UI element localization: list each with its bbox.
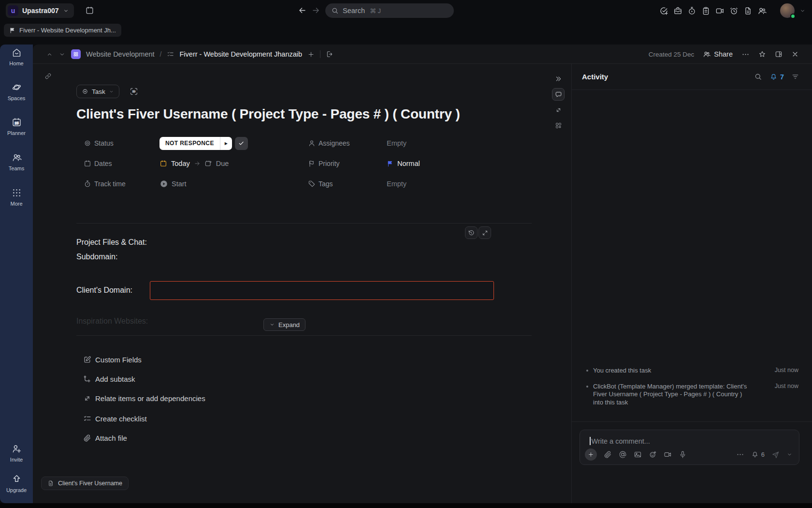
planner-calendar-icon (12, 117, 22, 127)
created-date: Created 25 Dec (649, 51, 695, 58)
calendar-button[interactable] (85, 6, 94, 15)
sidebar-item-teams[interactable]: Teams (0, 152, 33, 171)
share-button[interactable]: Share (703, 50, 733, 58)
divider (320, 50, 320, 58)
tags-value[interactable]: Empty (387, 180, 406, 188)
task-type-selector[interactable]: Task (76, 85, 119, 98)
sidebar-item-spaces[interactable]: Spaces (0, 82, 33, 101)
filter-icon[interactable] (791, 73, 799, 81)
create-checklist-button[interactable]: Create checklist (83, 413, 147, 424)
start-date-value[interactable]: Today (171, 160, 190, 167)
chevron-down-icon (63, 8, 69, 14)
relate-arrows-icon (555, 106, 562, 114)
minimized-task-tab[interactable]: Client's Fiver Username (41, 477, 129, 490)
comment-reminders-button[interactable]: 6 (751, 450, 765, 458)
status-pill[interactable]: NOT RESPONCE ▶ (160, 137, 232, 150)
more-options-icon[interactable] (741, 50, 750, 59)
attach-file-button[interactable]: Attach file (83, 433, 127, 443)
sidebar-item-home[interactable]: Home (0, 47, 33, 66)
comments-tab-button[interactable] (552, 88, 565, 101)
sidebar-item-invite[interactable]: Invite (0, 444, 33, 463)
sidebar-item-upgrade[interactable]: Upgrade (0, 474, 33, 493)
sidebar: Home Spaces Planner Teams More Invite Up… (0, 45, 33, 503)
prev-task-button[interactable] (46, 51, 53, 58)
record-video-icon[interactable] (664, 450, 672, 459)
workspace-switcher[interactable]: u Upastra007 (6, 3, 74, 18)
flag-icon (308, 160, 316, 167)
add-tab-icon[interactable] (307, 51, 315, 58)
user-avatar[interactable] (780, 3, 795, 18)
search-icon[interactable] (754, 73, 762, 81)
reminders-button[interactable] (729, 6, 739, 15)
activity-header: Activity 7 (572, 64, 812, 90)
assignees-value[interactable]: Empty (387, 139, 406, 147)
people-button[interactable] (757, 6, 767, 15)
relate-items-button[interactable]: Relate items or add dependencies (83, 393, 205, 403)
client-domain-input[interactable] (150, 281, 494, 300)
description-line: Project Files & Chat: (76, 238, 147, 247)
description-history-button[interactable] (465, 226, 478, 239)
search-input[interactable]: Search ⌘ J (325, 3, 454, 18)
relationships-tab-button[interactable] (552, 104, 565, 116)
expand-diagonal-icon (482, 230, 488, 236)
mic-icon[interactable] (679, 450, 687, 459)
pop-out-icon[interactable] (326, 50, 334, 58)
collapse-panel-button[interactable] (552, 73, 565, 85)
id-scan-icon (130, 87, 138, 96)
breadcrumb-separator: / (160, 50, 162, 58)
comment-input[interactable]: Write a comment... (590, 437, 650, 445)
start-timer-button[interactable]: Start (160, 179, 187, 188)
task-title[interactable]: Client's Fiver Username ( Project Type -… (76, 106, 460, 122)
notepad-button[interactable] (701, 6, 710, 15)
notifications-button[interactable]: 7 (769, 73, 784, 81)
expand-description-button[interactable]: Expand (263, 318, 305, 331)
add-attachment-button[interactable] (585, 448, 597, 461)
new-task-button[interactable] (659, 6, 668, 15)
more-options-icon[interactable] (736, 450, 744, 459)
sidebar-item-more[interactable]: More (0, 188, 33, 207)
open-task-tab[interactable]: Fiverr - Website Development Jh... (4, 24, 121, 37)
forward-button[interactable] (311, 6, 320, 15)
due-date-value[interactable]: Due (216, 160, 229, 167)
task-id-button[interactable] (130, 87, 138, 96)
comment-composer[interactable]: Write a comment... 6 (580, 430, 799, 465)
inbox-button[interactable] (673, 6, 682, 15)
layout-panel-icon[interactable] (775, 50, 783, 58)
close-icon[interactable] (791, 50, 799, 58)
priority-value[interactable]: Normal (387, 160, 420, 167)
breadcrumb-space[interactable]: Website Development (86, 50, 155, 58)
copy-link-icon[interactable] (44, 73, 52, 80)
docs-button[interactable] (743, 6, 753, 15)
arrow-right-icon (194, 160, 201, 167)
image-icon[interactable] (634, 450, 642, 459)
window-edge (0, 503, 812, 508)
timer-button[interactable] (687, 6, 696, 15)
record-clip-button[interactable] (715, 6, 725, 15)
next-task-button[interactable] (58, 51, 66, 58)
sidebar-item-planner[interactable]: Planner (0, 117, 33, 136)
space-avatar[interactable] (71, 49, 81, 59)
field-dates: Dates Today Due (84, 157, 229, 170)
complete-task-button[interactable] (235, 137, 248, 150)
paperclip-icon[interactable] (604, 450, 612, 459)
mention-icon[interactable] (619, 450, 627, 459)
apps-tab-button[interactable] (552, 119, 565, 132)
divider (76, 335, 532, 336)
activity-item: ClickBot (Template Manager) merged templ… (586, 383, 798, 407)
favorite-star-icon[interactable] (758, 50, 766, 58)
custom-fields-button[interactable]: Custom Fields (83, 354, 142, 365)
description-expand-button[interactable] (478, 226, 491, 239)
account-chevron-icon[interactable] (799, 8, 806, 14)
subtask-icon (83, 375, 91, 383)
task-header: Website Development / Fiverr - Website D… (33, 45, 812, 64)
next-status-arrow[interactable]: ▶ (220, 137, 232, 150)
action-label: Create checklist (95, 415, 147, 423)
emoji-icon[interactable] (649, 450, 657, 459)
chevron-down-icon[interactable] (786, 451, 793, 458)
clipboard-icon (701, 6, 710, 15)
minimized-task-label: Client's Fiver Username (58, 480, 122, 487)
back-button[interactable] (298, 6, 307, 15)
send-icon[interactable] (771, 450, 780, 459)
add-subtask-button[interactable]: Add subtask (83, 374, 135, 384)
field-label: Status (84, 139, 160, 147)
